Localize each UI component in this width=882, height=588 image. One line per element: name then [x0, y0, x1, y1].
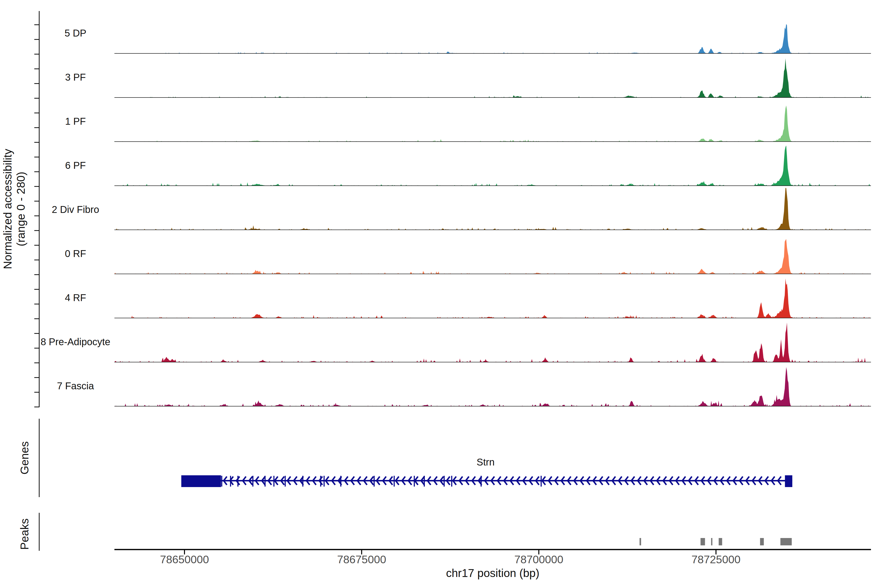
track-signal-3-PF: [114, 58, 871, 98]
track-label-3-PF: 3 PF: [65, 72, 86, 83]
gene-exon-tick: [237, 476, 238, 487]
y-axis-title-line2: (range 0 - 280): [14, 149, 27, 269]
gene-exon-tick: [320, 476, 321, 487]
peak-interval-box: [700, 538, 705, 545]
peak-interval-box: [711, 538, 712, 545]
x-axis-tick-label: 78650000: [160, 553, 209, 566]
peak-interval-box: [639, 538, 641, 545]
gene-exon-tick: [414, 476, 415, 487]
gene-exon-tick: [394, 476, 395, 487]
gene-exon-tick: [273, 476, 274, 487]
gene-exon-tick: [451, 476, 452, 487]
gene-exon-tick: [444, 476, 445, 487]
track-signal-8-Pre-Adipocyte: [114, 322, 871, 362]
x-axis-title: chr17 position (bp): [446, 567, 540, 580]
gene-exon-tick: [424, 476, 425, 487]
peak-interval-box: [780, 538, 792, 545]
track-label-6-PF: 6 PF: [65, 160, 86, 171]
genes-panel-title: Genes: [18, 441, 31, 475]
x-axis-tick-label: 78675000: [337, 553, 386, 566]
track-label-7-Fascia: 7 Fascia: [57, 381, 94, 392]
track-signal-4-RF: [114, 278, 871, 318]
gene-exon-tick: [221, 476, 222, 487]
track-signal-5-DP: [114, 24, 871, 53]
track-label-2-Div-Fibro: 2 Div Fibro: [52, 204, 99, 215]
track-label-4-RF: 4 RF: [65, 292, 86, 303]
coverage-plot-figure: Normalized accessibility (range 0 - 280)…: [0, 0, 882, 588]
gene-exon-tick: [541, 476, 542, 487]
peak-interval-box: [718, 538, 722, 545]
gene-exon-tick: [285, 476, 286, 487]
y-axis-title-line1: Normalized accessibility: [1, 149, 14, 269]
gene-name-label: Strn: [477, 457, 494, 468]
x-axis-tick-label: 78725000: [692, 553, 740, 566]
gene-exon-tick: [265, 476, 266, 487]
track-label-8-Pre-Adipocyte: 8 Pre-Adipocyte: [40, 336, 111, 347]
track-signal-0-RF: [114, 239, 871, 274]
gene-right-exon-box: [785, 475, 792, 487]
gene-exon-tick: [340, 476, 341, 487]
track-label-0-RF: 0 RF: [65, 248, 86, 259]
gene-exon-tick: [481, 476, 482, 487]
track-signal-6-PF: [114, 146, 871, 186]
peaks-panel-title: Peaks: [18, 518, 31, 550]
track-signal-2-Div-Fibro: [114, 188, 871, 230]
track-label-1-PF: 1 PF: [65, 116, 86, 127]
gene-exon-tick: [230, 476, 231, 487]
track-signal-1-PF: [114, 106, 871, 142]
plot-canvas: [0, 0, 882, 588]
gene-left-exon-box: [181, 475, 221, 487]
gene-exon-tick: [374, 476, 375, 487]
y-axis-title: Normalized accessibility (range 0 - 280): [1, 149, 27, 269]
x-axis-tick-label: 78700000: [514, 553, 563, 566]
gene-exon-tick: [252, 476, 254, 487]
gene-exon-tick: [302, 476, 303, 487]
track-signal-7-Fascia: [114, 367, 871, 406]
track-label-5-DP: 5 DP: [64, 28, 87, 39]
peak-interval-box: [760, 538, 764, 545]
gene-exon-tick: [324, 476, 325, 487]
